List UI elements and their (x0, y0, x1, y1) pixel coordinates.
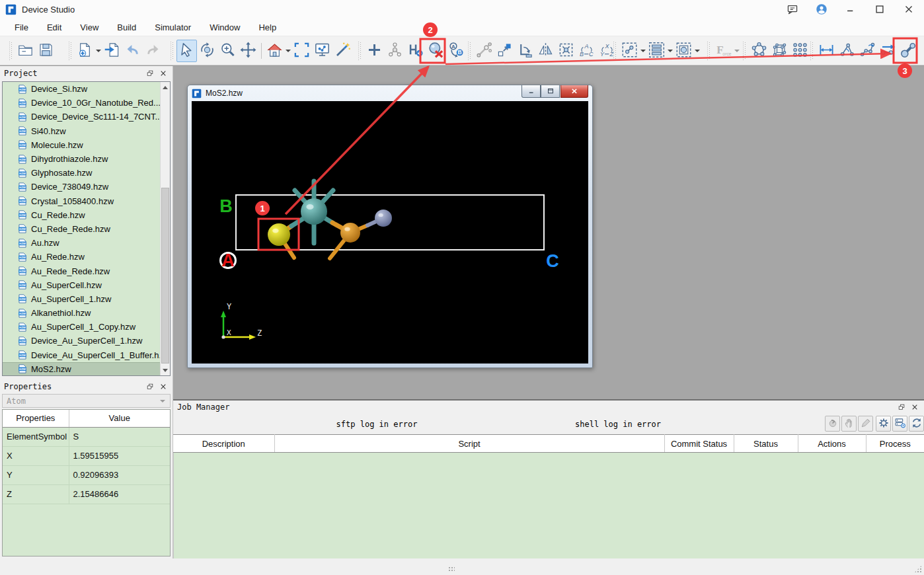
create-bond-button[interactable] (898, 40, 919, 62)
measure-distance-button[interactable] (816, 40, 837, 62)
atom-S[interactable] (268, 223, 290, 246)
select-cell-button[interactable] (674, 40, 694, 62)
menu-view[interactable]: View (72, 20, 106, 34)
new-file-button[interactable] (75, 40, 95, 62)
import-file-button[interactable] (102, 40, 122, 62)
undo-button[interactable] (122, 40, 143, 62)
menu-simulator[interactable]: Simulator (147, 20, 199, 34)
open-folder-button[interactable] (15, 40, 36, 62)
atom[interactable] (340, 223, 360, 243)
menu-file[interactable]: File (7, 20, 36, 34)
project-file-item[interactable]: HZWAu.hzw (3, 236, 170, 250)
redo-button[interactable] (143, 40, 163, 62)
viewer-restore-button[interactable] (541, 85, 560, 98)
zoom-view-button[interactable] (217, 40, 238, 62)
project-file-item[interactable]: HZWDevice_Au_SuperCell_1.hzw (3, 334, 170, 348)
measure-probe-button[interactable] (474, 40, 494, 62)
chevron-down-icon[interactable] (694, 40, 701, 62)
splitter-grip-icon[interactable] (448, 566, 455, 571)
property-row[interactable]: Z2.15486646 (3, 484, 170, 504)
pan-view-button[interactable] (238, 40, 258, 62)
project-file-item[interactable]: HZWDevice_10_0Gr_Nanotube_Red... (3, 96, 170, 110)
project-file-item[interactable]: HZWAu_Rede.hzw (3, 250, 170, 264)
close-panel-icon[interactable] (909, 402, 920, 412)
add-fragment-button[interactable] (385, 40, 405, 62)
chat-icon[interactable] (783, 2, 802, 17)
project-file-item[interactable]: HZWMolecule.hzw (3, 138, 170, 152)
chevron-down-icon[interactable] (640, 40, 646, 62)
server-config-button[interactable] (892, 416, 907, 432)
avatar-icon[interactable] (812, 2, 831, 17)
property-row[interactable]: ElementSymbolS (3, 427, 170, 446)
property-row[interactable]: X1.59515955 (3, 446, 170, 465)
bond[interactable] (291, 218, 304, 226)
project-file-item[interactable]: HZWCu_Rede_Rede.hzw (3, 222, 170, 236)
chevron-down-icon[interactable] (734, 40, 740, 62)
build-crystal-button[interactable] (769, 40, 790, 62)
project-file-item[interactable]: HZWDihydrothiazole.hzw (3, 152, 170, 166)
project-file-item[interactable]: HZWAu_Rede_Rede.hzw (3, 264, 170, 278)
resize-button[interactable] (494, 40, 515, 62)
float-panel-icon[interactable] (896, 402, 907, 412)
project-file-item[interactable]: HZWAu_SuperCell_1.hzw (3, 292, 170, 306)
close-panel-icon[interactable] (158, 68, 169, 79)
menu-window[interactable]: Window (202, 20, 248, 34)
viewer-window-titlebar[interactable]: MoS2.hzw (188, 85, 592, 101)
project-file-item[interactable]: HZWSi40.hzw (3, 124, 170, 138)
float-panel-icon[interactable] (145, 381, 155, 392)
refresh-button[interactable] (909, 416, 924, 432)
float-panel-icon[interactable] (145, 68, 155, 79)
gear-button[interactable] (876, 416, 891, 432)
viewer-close-button[interactable] (560, 85, 588, 98)
project-file-item[interactable]: HZWCu_Rede.hzw (3, 208, 170, 222)
scroll-down-icon[interactable] (161, 365, 170, 375)
project-file-item[interactable]: HZWDevice_Device_Sc111-14_7CNT... (3, 110, 170, 124)
project-file-item[interactable]: HZWDevice_Si.hzw (3, 82, 170, 96)
property-row[interactable]: Y0.92096393 (3, 465, 170, 484)
menu-edit[interactable]: Edit (39, 20, 69, 34)
supercell-button[interactable] (556, 40, 576, 62)
swap-ab-button[interactable]: AB (446, 40, 467, 62)
project-file-item[interactable]: HZWAlkanethiol.hzw (3, 306, 170, 320)
mirror-button[interactable] (535, 40, 556, 62)
abc-axes-button[interactable]: ABC (576, 40, 597, 62)
scroll-up-icon[interactable] (161, 82, 170, 92)
project-file-item[interactable]: HZWMoS2.hzw (3, 362, 170, 376)
save-button[interactable] (36, 40, 56, 62)
close-button[interactable] (899, 2, 919, 17)
add-atom-button[interactable] (364, 40, 385, 62)
build-molecule-button[interactable] (749, 40, 769, 62)
measure-angle-button[interactable] (837, 40, 857, 62)
viewer-minimize-button[interactable] (521, 85, 541, 98)
chevron-down-icon[interactable] (667, 40, 674, 62)
rotate-view-button[interactable] (197, 40, 217, 62)
align-button[interactable] (515, 40, 535, 62)
atom[interactable] (301, 198, 327, 225)
scrollbar-thumb[interactable] (161, 188, 169, 364)
project-file-item[interactable]: HZWAu_SuperCell_1_Copy.hzw (3, 320, 170, 334)
add-hydrogen-button[interactable] (405, 40, 426, 62)
project-file-item[interactable]: HZWDevice_Au_SuperCell_1_Buffer.h... (3, 348, 170, 362)
chevron-down-icon[interactable] (95, 40, 102, 62)
project-file-item[interactable]: HZWDevice_738049.hzw (3, 180, 170, 194)
home-view-button[interactable] (264, 40, 285, 62)
project-scrollbar[interactable] (160, 82, 170, 375)
menu-help[interactable]: Help (250, 20, 284, 34)
property-scope-select[interactable]: Atom (2, 394, 171, 408)
magic-wand-button[interactable] (332, 40, 353, 62)
force-button[interactable]: Force (713, 40, 734, 62)
fit-view-button[interactable] (291, 40, 312, 62)
measure-torsion-button[interactable] (857, 40, 878, 62)
delete-atom-button[interactable] (426, 40, 446, 62)
viewport-3d[interactable]: BACYZX (192, 101, 588, 364)
atom[interactable] (375, 210, 392, 227)
project-file-item[interactable]: HZWAu_SuperCell.hzw (3, 278, 170, 292)
build-lattice-button[interactable] (790, 40, 810, 62)
select-layer-button[interactable] (646, 40, 667, 62)
resize-grip-icon[interactable] (914, 565, 922, 573)
select-cursor-button[interactable] (176, 40, 197, 62)
render-display-button[interactable] (312, 40, 332, 62)
minimize-button[interactable] (841, 2, 861, 17)
chevron-down-icon[interactable] (285, 40, 291, 62)
viewer-window[interactable]: MoS2.hzw BACYZX (187, 85, 593, 368)
